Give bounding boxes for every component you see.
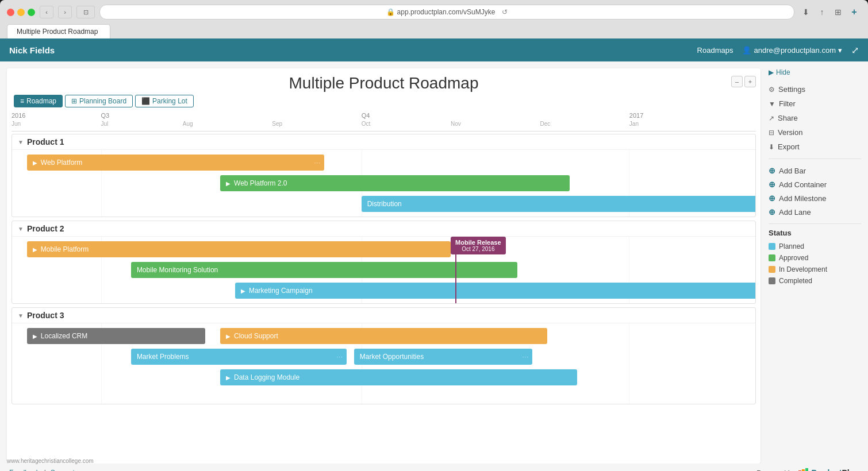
share-label: Share — [778, 114, 798, 122]
milestone-flag[interactable]: Mobile Release Oct 27, 2016 — [451, 237, 506, 254]
time-sub-nov: Nov — [451, 121, 461, 127]
status-completed-dot — [769, 277, 775, 284]
bar-row-mobile-monitoring: Mobile Monitoring Solution — [12, 261, 755, 279]
add-milestone-item[interactable]: ⊕ Add Milestone — [769, 191, 861, 205]
status-planned-dot — [769, 243, 775, 250]
maximize-button[interactable] — [28, 9, 35, 16]
user-icon: 👤 — [742, 46, 751, 55]
settings-item[interactable]: ⚙ Settings — [769, 82, 861, 96]
roadmap-tab-label: Roadmap — [26, 97, 56, 105]
product1-header[interactable]: ▼ Product 1 — [12, 134, 755, 150]
add-lane-label: Add Lane — [779, 208, 811, 217]
add-tab-button[interactable]: + — [847, 6, 861, 18]
tab-title: Multiple Product Roadmap — [17, 28, 98, 36]
product2-header[interactable]: ▼ Product 2 — [12, 221, 755, 237]
product3-chevron[interactable]: ▼ — [18, 312, 24, 319]
hide-arrow-icon: ▶ — [769, 68, 774, 76]
feedback-link[interactable]: Feedback — [9, 469, 40, 471]
bar-mobile-monitoring[interactable]: Mobile Monitoring Solution — [131, 262, 517, 278]
time-label-2016: 2016 — [11, 112, 25, 119]
bar-cloud-label: Cloud Support — [234, 332, 278, 340]
add-lane-item[interactable]: ⊕ Add Lane — [769, 205, 861, 219]
reader-button[interactable]: ⊡ — [76, 6, 95, 18]
hide-panel-button[interactable]: ▶ Hide — [769, 68, 861, 76]
new-tab-button[interactable]: ⊞ — [831, 6, 845, 18]
bar-distribution-label: Distribution — [367, 200, 402, 208]
user-menu[interactable]: 👤 andre@productplan.com ▾ — [742, 46, 842, 55]
expand-button[interactable]: ⤢ — [851, 45, 859, 56]
product1-chevron[interactable]: ▼ — [18, 139, 24, 145]
bar-mobile-platform[interactable]: ▶ Mobile Platform — [27, 241, 451, 257]
user-email: andre@productplan.com — [754, 46, 836, 55]
bar-localized-crm[interactable]: ▶ Localized CRM — [27, 328, 205, 344]
tab-parking-lot[interactable]: ⬛ Parking Lot — [135, 95, 194, 107]
milestone-label: Mobile Release — [455, 239, 501, 246]
filter-icon: ▼ — [769, 100, 775, 108]
bar-web-platform[interactable]: ▶ Web Platform ··· — [27, 155, 324, 171]
back-button[interactable]: ‹ — [40, 6, 53, 18]
browser-tab[interactable]: Multiple Product Roadmap — [7, 24, 110, 38]
support-link[interactable]: Support — [51, 469, 75, 471]
add-milestone-icon: ⊕ — [769, 194, 775, 203]
powered-by-text: Powered by — [756, 469, 796, 472]
bar-mobile-platform-chevron: ▶ — [33, 246, 37, 253]
roadmaps-link[interactable]: Roadmaps — [697, 46, 733, 55]
filter-item[interactable]: ▼ Filter — [769, 96, 861, 111]
bar-distribution[interactable]: Distribution — [362, 196, 755, 212]
share-icon: ↗ — [769, 114, 774, 122]
bar-marketing[interactable]: ▶ Marketing Campaign — [235, 283, 755, 299]
nav-right: Roadmaps 👤 andre@productplan.com ▾ ⤢ — [697, 45, 859, 56]
add-container-icon: ⊕ — [769, 180, 775, 189]
bar-market-opportunities[interactable]: Market Opportunities ··· — [354, 349, 532, 365]
footer-separator: | — [44, 469, 46, 471]
bar-crm-chevron: ▶ — [33, 333, 37, 339]
bar-row-marketing: ▶ Marketing Campaign — [12, 281, 755, 300]
version-item[interactable]: ⊟ Version — [769, 125, 861, 140]
bar-web-platform2[interactable]: ▶ Web Platform 2.0 — [220, 175, 570, 191]
export-item[interactable]: ⬇ Export — [769, 140, 861, 154]
address-bar[interactable]: 🔒 app.productplan.com/vSuMJyke ↺ — [99, 5, 794, 20]
status-completed: Completed — [769, 275, 861, 287]
tab-planning-board[interactable]: ⊞ Planning Board — [65, 95, 133, 107]
bar-crm-label: Localized CRM — [41, 332, 87, 340]
brand-logo: ProductPlan — [798, 468, 859, 471]
url-text: app.productplan.com/vSuMJyke — [397, 8, 496, 16]
time-label-q4: Q4 — [362, 112, 370, 119]
top-nav: Nick Fields Roadmaps 👤 andre@productplan… — [0, 38, 868, 61]
add-container-item[interactable]: ⊕ Add Container — [769, 177, 861, 191]
share-browser-button[interactable]: ↑ — [815, 6, 829, 18]
share-item[interactable]: ↗ Share — [769, 111, 861, 125]
add-container-label: Add Container — [779, 180, 827, 189]
close-button[interactable] — [7, 9, 14, 16]
status-title: Status — [769, 229, 861, 237]
bar-row-market: Market Problems ··· Market Opportunities… — [12, 348, 755, 366]
product3-header[interactable]: ▼ Product 3 — [12, 308, 755, 323]
add-bar-label: Add Bar — [779, 167, 806, 175]
product2-chevron[interactable]: ▼ — [18, 226, 24, 232]
zoom-out-button[interactable]: – — [731, 76, 743, 87]
milestone-mobile-release[interactable]: Mobile Release Oct 27, 2016 — [451, 237, 506, 254]
time-sub-sep: Sep — [272, 121, 282, 127]
bar-market-problems[interactable]: Market Problems ··· — [131, 349, 347, 365]
add-bar-item[interactable]: ⊕ Add Bar — [769, 164, 861, 177]
minimize-button[interactable] — [17, 9, 25, 16]
status-section: Status Planned Approved In Development C… — [769, 229, 861, 287]
settings-icon: ⚙ — [769, 86, 775, 94]
zoom-in-button[interactable]: + — [744, 76, 756, 87]
status-planned-label: Planned — [779, 242, 804, 250]
download-button[interactable]: ⬇ — [799, 6, 813, 18]
bar-web-platform2-label: Web Platform 2.0 — [234, 179, 287, 187]
forward-button[interactable]: › — [58, 6, 72, 18]
filter-label: Filter — [779, 99, 796, 108]
bar-market-problems-label: Market Problems — [137, 353, 189, 361]
bar-data-logging[interactable]: ▶ Data Logging Module — [220, 369, 577, 385]
hide-label: Hide — [776, 68, 790, 76]
gantt-body: ▼ Product 1 ▶ Web Platform — [7, 134, 761, 464]
roadmap-tab-icon: ≡ — [20, 97, 24, 105]
bar-market-opp-dots: ··· — [523, 354, 529, 360]
bar-mobile-platform-label: Mobile Platform — [41, 245, 89, 253]
tab-roadmap[interactable]: ≡ Roadmap — [14, 95, 63, 107]
bar-cloud-support[interactable]: ▶ Cloud Support — [220, 328, 547, 344]
bar-web-platform-dots: ··· — [314, 160, 321, 166]
parking-lot-label: Parking Lot — [152, 97, 187, 105]
